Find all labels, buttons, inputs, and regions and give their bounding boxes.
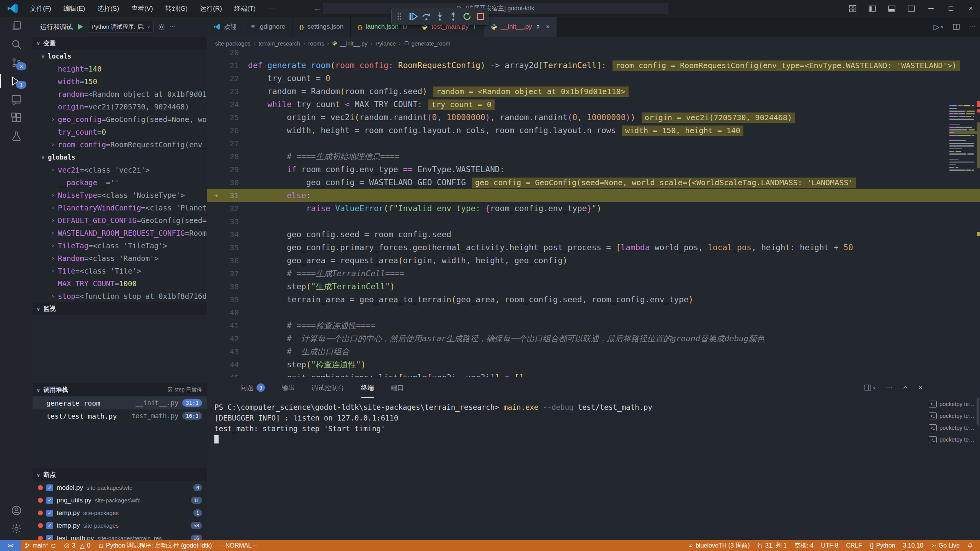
code-line[interactable]: 32 raise ValueError(f"Invalid env type: …	[207, 202, 980, 215]
breadcrumb-item[interactable]: Pylance	[376, 40, 396, 47]
close-icon[interactable]: ×	[546, 23, 550, 31]
tab-.gdignore[interactable]: ≡.gdignore	[244, 17, 292, 37]
code-editor[interactable]: 2021def generate_room(room_config: RoomR…	[207, 50, 980, 377]
breadcrumb-item[interactable]: generate_room	[412, 40, 451, 47]
terminal-instance[interactable]: >_pocketpy te…	[926, 398, 980, 410]
scrollbar-thumb[interactable]	[977, 398, 979, 425]
menu-item[interactable]: 运行(R)	[195, 3, 227, 15]
breakpoints-section-header[interactable]: ∨ 断点	[33, 468, 207, 481]
language-mode[interactable]: {} Python	[866, 540, 899, 551]
breakpoint-checkbox[interactable]: ✓	[46, 484, 53, 491]
code-line[interactable]: 45 exit_combinations: list[tuple[vec2i, …	[207, 371, 980, 377]
code-line[interactable]: 31➔ else:	[207, 189, 980, 202]
variable-row[interactable]: ›geo_config = GeoConfig(seed=None, world…	[33, 113, 207, 126]
stack-frame[interactable]: generate_room__init__.py31:1	[33, 396, 207, 409]
variable-row[interactable]: try_count = 0	[33, 126, 207, 138]
nav-back-icon[interactable]: ←	[314, 3, 322, 13]
command-center-search[interactable]: [扩展开发宿主] godot-ldtk	[323, 3, 668, 14]
panel-tab-问题[interactable]: 问题3	[240, 377, 265, 398]
breakpoint-row[interactable]: ✓temp.pysite-packages58	[33, 519, 207, 532]
code-line[interactable]: 43 # 生成出口组合	[207, 345, 980, 358]
variable-row[interactable]: width = 150	[33, 75, 207, 88]
maximize-button[interactable]: □	[947, 4, 955, 13]
code-line[interactable]: 21def generate_room(room_config: RoomReq…	[207, 59, 980, 72]
git-branch-item[interactable]: main*	[21, 540, 60, 551]
code-line[interactable]: 38 step("生成TerrainCell")	[207, 280, 980, 293]
breakpoint-row[interactable]: ✓png_utils.pysite-packages\wfc11	[33, 494, 207, 507]
debug-settings-gear-icon[interactable]	[157, 23, 165, 31]
activity-run-debug-icon[interactable]: 1	[0, 72, 33, 90]
more-actions-icon[interactable]: ···	[969, 23, 975, 31]
panel-tab-端口[interactable]: 端口	[391, 377, 404, 398]
breakpoint-checkbox[interactable]: ✓	[46, 510, 53, 517]
minimap[interactable]	[949, 99, 977, 214]
drag-handle-icon[interactable]	[394, 11, 405, 22]
encoding[interactable]: UTF-8	[817, 540, 842, 551]
debug-step-over-button[interactable]	[421, 11, 432, 22]
breadcrumb-item[interactable]: rooms	[308, 40, 324, 47]
code-line[interactable]: 35 geo_config.primary_forces.geothermal_…	[207, 241, 980, 254]
watch-section-header[interactable]: ∨ 监视	[33, 302, 207, 315]
breakpoint-row[interactable]: ✓test_math.pysite-packages\terrain_res16	[33, 532, 207, 540]
code-line[interactable]: 36 geo_area = request_area(origin, width…	[207, 254, 980, 267]
menu-item[interactable]: 查看(V)	[127, 3, 158, 15]
terminal-instance[interactable]: >_pocketpy te…	[926, 410, 980, 422]
tab-settings.json[interactable]: {}settings.json	[292, 17, 351, 37]
code-line[interactable]: 37 # ====生成TerrainCell====	[207, 267, 980, 280]
account-icon[interactable]	[0, 501, 33, 520]
debug-restart-button[interactable]	[461, 11, 473, 22]
debug-continue-button[interactable]	[407, 11, 419, 22]
cursor-position[interactable]: 行 31, 列 1	[754, 540, 791, 551]
panel-more-icon[interactable]: ···	[886, 384, 892, 391]
python-version[interactable]: 3.10.10	[899, 540, 927, 551]
activity-remote-explorer-icon[interactable]	[0, 90, 33, 109]
variable-row[interactable]: ›WASTELAND_ROOM_REQUEST_CONFIG = RoomR	[33, 227, 207, 239]
remote-indicator[interactable]: ><	[0, 540, 21, 551]
settings-gear-icon[interactable]	[0, 520, 33, 538]
menu-item[interactable]: 编辑(E)	[59, 3, 90, 15]
run-python-file-button[interactable]: ▷ ∨	[934, 22, 944, 31]
terminal-instance[interactable]: >_pocketpy te…	[926, 434, 980, 445]
menu-item[interactable]: 转到(G)	[161, 3, 193, 15]
more-actions-icon[interactable]: ···	[169, 23, 176, 31]
terminal-instance[interactable]: >_pocketpy te…	[926, 422, 980, 434]
activity-source-control-icon[interactable]: 3	[0, 54, 33, 72]
toggle-panel-icon[interactable]	[888, 5, 895, 12]
breakpoint-checkbox[interactable]: ✓	[46, 497, 53, 504]
code-line[interactable]: 33	[207, 215, 980, 228]
code-line[interactable]: 22 try_count = 0	[207, 72, 980, 85]
terminal-output[interactable]: PS C:\computer_science\godot-ldtk\site-p…	[214, 402, 923, 540]
menu-item[interactable]: 终端(T)	[230, 3, 260, 15]
panel-close-icon[interactable]: ×	[918, 383, 923, 392]
debug-stop-button[interactable]	[475, 11, 486, 22]
activity-search-icon[interactable]	[0, 35, 33, 54]
menu-item[interactable]: 选择(S)	[93, 3, 124, 15]
minimize-button[interactable]: ─	[927, 4, 935, 13]
debug-step-out-button[interactable]	[448, 11, 459, 22]
menu-item[interactable]: ···	[263, 3, 279, 15]
debug-session-item[interactable]: Python 调试程序: 启动文件 (godot-ldtk)	[94, 540, 216, 551]
activity-extensions-icon[interactable]	[0, 109, 33, 127]
terminal-layout-icon[interactable]: ∨	[864, 384, 876, 391]
breadcrumb-item[interactable]: terrain_research	[258, 40, 300, 47]
code-line[interactable]: 23 random = Random(room_config.seed)rand…	[207, 85, 980, 98]
variable-row[interactable]: ›stop = <function stop at 0x1bf8d716d30>	[33, 290, 207, 302]
start-debug-icon[interactable]	[77, 23, 84, 31]
variable-row[interactable]: height = 140	[33, 62, 207, 75]
variables-group[interactable]: ∨globals	[33, 151, 207, 163]
variable-row[interactable]: ›Random = <class 'Random'>	[33, 252, 207, 264]
panel-tab-输出[interactable]: 输出	[282, 377, 295, 398]
variable-row[interactable]: random = <Random object at 0x1bf9d01e110…	[33, 88, 207, 100]
variable-row[interactable]: ›Tile = <class 'Tile'>	[33, 264, 207, 277]
panel-tab-调试控制台[interactable]: 调试控制台	[312, 377, 344, 398]
code-line[interactable]: 41 # ====检查连通性====	[207, 319, 980, 332]
breadcrumb-item[interactable]: __init__.py	[340, 40, 368, 47]
call-stack-section-header[interactable]: ∨ 调用堆栈 因 step 已暂停	[33, 383, 207, 396]
code-line[interactable]: 42 # 计算每一个出口的中心，然后使用astar生成路径，确保每一个出口组合都…	[207, 332, 980, 345]
debug-step-into-button[interactable]	[434, 11, 446, 22]
code-line[interactable]: 25 origin = vec2i(random.randint(0, 1000…	[207, 111, 980, 124]
close-window-button[interactable]: ×	[967, 4, 975, 13]
variable-row[interactable]: ›vec2i = <class 'vec2i'>	[33, 163, 207, 176]
breakpoint-checkbox[interactable]: ✓	[46, 522, 53, 529]
blame-item[interactable]: blueloveTH (3 周前)	[684, 540, 753, 551]
